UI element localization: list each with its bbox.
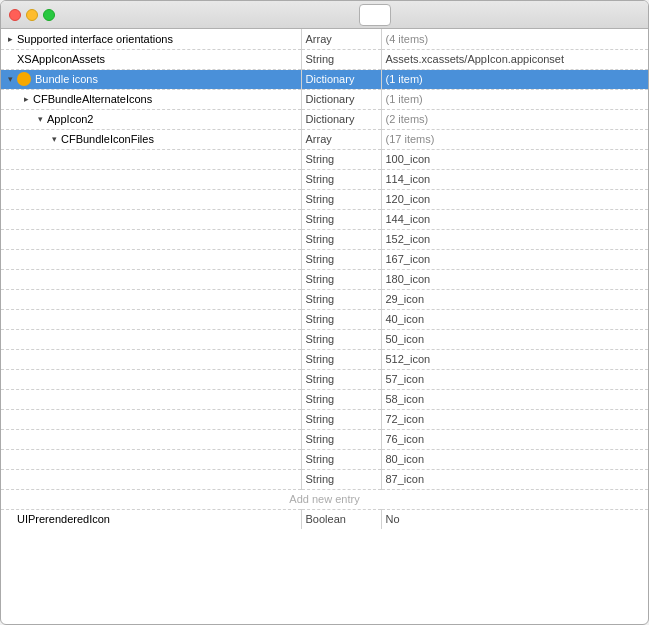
key-label: XSAppIconAssets [17, 53, 105, 65]
key-cell: AppIcon2 [1, 109, 301, 129]
table-row[interactable]: AppIcon2Dictionary(2 items) [1, 109, 648, 129]
key-cell [1, 309, 301, 329]
key-cell: Supported interface orientations [1, 29, 301, 49]
type-cell: Dictionary [301, 69, 381, 89]
triangle-closed-icon[interactable] [21, 94, 31, 104]
value-cell: 76_icon [381, 429, 648, 449]
key-cell: Bundle icons [1, 69, 301, 89]
tab-infoplist[interactable] [359, 4, 391, 26]
plist-table-container[interactable]: Supported interface orientationsArray(4 … [1, 29, 648, 624]
table-row[interactable]: String167_icon [1, 249, 648, 269]
key-cell: CFBundleIconFiles [1, 129, 301, 149]
value-cell: 58_icon [381, 389, 648, 409]
table-row[interactable]: String100_icon [1, 149, 648, 169]
key-label: UIPrerenderedIcon [17, 513, 110, 525]
type-cell: String [301, 429, 381, 449]
table-row[interactable]: String29_icon [1, 289, 648, 309]
forward-button[interactable] [83, 6, 101, 24]
key-label: CFBundleAlternateIcons [33, 93, 152, 105]
type-cell: String [301, 49, 381, 69]
key-label: CFBundleIconFiles [61, 133, 154, 145]
value-cell: 87_icon [381, 469, 648, 489]
type-cell: String [301, 389, 381, 409]
key-cell [1, 229, 301, 249]
value-cell: 100_icon [381, 149, 648, 169]
table-row[interactable]: String180_icon [1, 269, 648, 289]
value-cell: (1 item) [381, 89, 648, 109]
type-cell: Dictionary [301, 89, 381, 109]
triangle-open-icon[interactable] [35, 114, 45, 124]
type-cell: String [301, 149, 381, 169]
table-row[interactable]: String144_icon [1, 209, 648, 229]
value-cell: (1 item) [381, 69, 648, 89]
value-cell: 80_icon [381, 449, 648, 469]
key-cell [1, 209, 301, 229]
key-cell [1, 409, 301, 429]
value-cell: Assets.xcassets/AppIcon.appiconset [381, 49, 648, 69]
type-cell: Dictionary [301, 109, 381, 129]
table-row[interactable]: UIPrerenderedIconBooleanNo [1, 509, 648, 529]
table-row[interactable]: String76_icon [1, 429, 648, 449]
key-cell [1, 249, 301, 269]
key-cell: UIPrerenderedIcon [1, 509, 301, 529]
maximize-button[interactable] [43, 9, 55, 21]
value-cell: (17 items) [381, 129, 648, 149]
triangle-closed-icon[interactable] [5, 34, 15, 44]
type-cell: String [301, 349, 381, 369]
back-button[interactable] [63, 6, 81, 24]
titlebar [1, 1, 648, 29]
value-cell: 114_icon [381, 169, 648, 189]
table-row[interactable]: XSAppIconAssetsStringAssets.xcassets/App… [1, 49, 648, 69]
value-cell: 512_icon [381, 349, 648, 369]
table-row[interactable]: String120_icon [1, 189, 648, 209]
table-row[interactable]: String114_icon [1, 169, 648, 189]
table-row[interactable]: String50_icon [1, 329, 648, 349]
add-entry-cell[interactable]: Add new entry [1, 489, 648, 509]
table-row[interactable]: String152_icon [1, 229, 648, 249]
type-cell: Array [301, 129, 381, 149]
plist-table: Supported interface orientationsArray(4 … [1, 29, 648, 529]
table-row[interactable]: String87_icon [1, 469, 648, 489]
type-cell: String [301, 189, 381, 209]
table-row[interactable]: Add new entry [1, 489, 648, 509]
type-cell: String [301, 169, 381, 189]
table-row[interactable]: String57_icon [1, 369, 648, 389]
table-row[interactable]: Bundle iconsDictionary(1 item) [1, 69, 648, 89]
key-cell [1, 329, 301, 349]
badge-icon [17, 72, 31, 86]
type-cell: String [301, 469, 381, 489]
value-cell: 57_icon [381, 369, 648, 389]
value-cell: 120_icon [381, 189, 648, 209]
key-cell [1, 389, 301, 409]
key-cell [1, 449, 301, 469]
key-label: AppIcon2 [47, 113, 93, 125]
table-row[interactable]: String72_icon [1, 409, 648, 429]
key-cell [1, 289, 301, 309]
table-row[interactable]: String512_icon [1, 349, 648, 369]
type-cell: String [301, 449, 381, 469]
value-cell: 40_icon [381, 309, 648, 329]
value-cell: 144_icon [381, 209, 648, 229]
minimize-button[interactable] [26, 9, 38, 21]
value-cell: (2 items) [381, 109, 648, 129]
type-cell: String [301, 289, 381, 309]
triangle-open-icon[interactable] [5, 74, 15, 84]
value-cell: 29_icon [381, 289, 648, 309]
value-cell: 72_icon [381, 409, 648, 429]
value-cell: 180_icon [381, 269, 648, 289]
table-row[interactable]: String58_icon [1, 389, 648, 409]
type-cell: String [301, 329, 381, 349]
main-window: Supported interface orientationsArray(4 … [0, 0, 649, 625]
nav-buttons [63, 6, 101, 24]
traffic-lights [9, 9, 55, 21]
triangle-open-icon[interactable] [49, 134, 59, 144]
table-row[interactable]: String80_icon [1, 449, 648, 469]
type-cell: String [301, 209, 381, 229]
type-cell: Array [301, 29, 381, 49]
close-button[interactable] [9, 9, 21, 21]
table-row[interactable]: Supported interface orientationsArray(4 … [1, 29, 648, 49]
table-row[interactable]: CFBundleIconFilesArray(17 items) [1, 129, 648, 149]
table-row[interactable]: CFBundleAlternateIconsDictionary(1 item) [1, 89, 648, 109]
table-row[interactable]: String40_icon [1, 309, 648, 329]
type-cell: String [301, 269, 381, 289]
